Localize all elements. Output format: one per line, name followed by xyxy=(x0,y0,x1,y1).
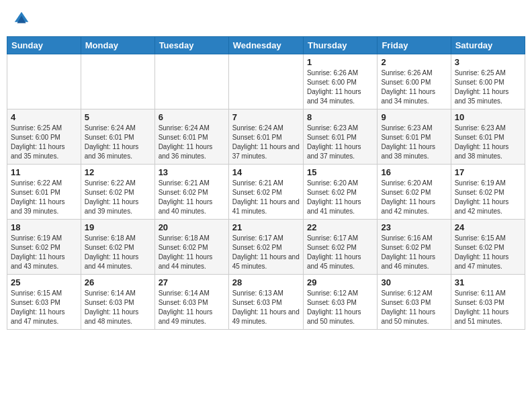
day-info: Sunrise: 6:22 AM Sunset: 6:02 PM Dayligh… xyxy=(85,179,151,216)
day-header-monday: Monday xyxy=(81,37,154,54)
day-number: 3 xyxy=(455,57,521,67)
day-info: Sunrise: 6:25 AM Sunset: 6:00 PM Dayligh… xyxy=(455,68,521,106)
calendar-header-row: SundayMondayTuesdayWednesdayThursdayFrid… xyxy=(7,37,525,54)
day-number: 23 xyxy=(381,222,447,232)
calendar-cell: 12Sunrise: 6:22 AM Sunset: 6:02 PM Dayli… xyxy=(81,165,154,220)
day-number: 19 xyxy=(85,222,151,232)
day-info: Sunrise: 6:24 AM Sunset: 6:01 PM Dayligh… xyxy=(85,124,151,161)
day-header-tuesday: Tuesday xyxy=(154,37,228,54)
calendar-cell: 20Sunrise: 6:18 AM Sunset: 6:02 PM Dayli… xyxy=(154,220,228,275)
calendar-cell: 9Sunrise: 6:23 AM Sunset: 6:01 PM Daylig… xyxy=(378,109,451,165)
day-number: 28 xyxy=(232,277,300,287)
day-info: Sunrise: 6:23 AM Sunset: 6:01 PM Dayligh… xyxy=(381,124,447,161)
calendar-cell: 1Sunrise: 6:26 AM Sunset: 6:00 PM Daylig… xyxy=(303,54,377,109)
calendar-cell: 23Sunrise: 6:16 AM Sunset: 6:02 PM Dayli… xyxy=(378,220,451,275)
day-number: 4 xyxy=(11,112,77,122)
calendar-cell: 8Sunrise: 6:23 AM Sunset: 6:01 PM Daylig… xyxy=(303,109,377,165)
day-header-friday: Friday xyxy=(378,37,451,54)
day-number: 18 xyxy=(11,222,77,232)
week-row-3: 11Sunrise: 6:22 AM Sunset: 6:01 PM Dayli… xyxy=(7,165,525,220)
calendar-cell: 17Sunrise: 6:19 AM Sunset: 6:02 PM Dayli… xyxy=(451,165,525,220)
logo xyxy=(12,9,32,28)
day-info: Sunrise: 6:15 AM Sunset: 6:03 PM Dayligh… xyxy=(11,289,77,326)
day-info: Sunrise: 6:16 AM Sunset: 6:02 PM Dayligh… xyxy=(381,234,447,271)
day-info: Sunrise: 6:13 AM Sunset: 6:03 PM Dayligh… xyxy=(232,289,300,326)
calendar-cell: 28Sunrise: 6:13 AM Sunset: 6:03 PM Dayli… xyxy=(228,275,303,330)
day-info: Sunrise: 6:14 AM Sunset: 6:03 PM Dayligh… xyxy=(159,289,225,326)
calendar-cell: 25Sunrise: 6:15 AM Sunset: 6:03 PM Dayli… xyxy=(7,275,81,330)
calendar-cell xyxy=(7,54,81,109)
day-number: 13 xyxy=(159,167,225,177)
day-header-thursday: Thursday xyxy=(303,37,377,54)
day-number: 10 xyxy=(455,112,521,122)
day-info: Sunrise: 6:24 AM Sunset: 6:01 PM Dayligh… xyxy=(232,124,300,161)
calendar-cell: 3Sunrise: 6:25 AM Sunset: 6:00 PM Daylig… xyxy=(451,54,525,109)
calendar-cell: 4Sunrise: 6:25 AM Sunset: 6:00 PM Daylig… xyxy=(7,109,81,165)
calendar-cell: 24Sunrise: 6:15 AM Sunset: 6:02 PM Dayli… xyxy=(451,220,525,275)
day-header-sunday: Sunday xyxy=(7,37,81,54)
calendar-cell: 19Sunrise: 6:18 AM Sunset: 6:02 PM Dayli… xyxy=(81,220,154,275)
calendar-cell: 29Sunrise: 6:12 AM Sunset: 6:03 PM Dayli… xyxy=(303,275,377,330)
calendar-cell xyxy=(228,54,303,109)
calendar-cell: 6Sunrise: 6:24 AM Sunset: 6:01 PM Daylig… xyxy=(154,109,228,165)
calendar-cell: 18Sunrise: 6:19 AM Sunset: 6:02 PM Dayli… xyxy=(7,220,81,275)
logo-icon xyxy=(12,9,31,28)
day-info: Sunrise: 6:24 AM Sunset: 6:01 PM Dayligh… xyxy=(159,124,225,161)
day-info: Sunrise: 6:20 AM Sunset: 6:02 PM Dayligh… xyxy=(381,179,447,216)
calendar-cell: 5Sunrise: 6:24 AM Sunset: 6:01 PM Daylig… xyxy=(81,109,154,165)
day-info: Sunrise: 6:17 AM Sunset: 6:02 PM Dayligh… xyxy=(307,234,373,271)
day-info: Sunrise: 6:26 AM Sunset: 6:00 PM Dayligh… xyxy=(307,68,373,106)
calendar-cell: 31Sunrise: 6:11 AM Sunset: 6:03 PM Dayli… xyxy=(451,275,525,330)
calendar-cell: 11Sunrise: 6:22 AM Sunset: 6:01 PM Dayli… xyxy=(7,165,81,220)
day-info: Sunrise: 6:20 AM Sunset: 6:02 PM Dayligh… xyxy=(307,179,373,216)
day-number: 29 xyxy=(307,277,373,287)
calendar-cell: 26Sunrise: 6:14 AM Sunset: 6:03 PM Dayli… xyxy=(81,275,154,330)
calendar-cell: 10Sunrise: 6:23 AM Sunset: 6:01 PM Dayli… xyxy=(451,109,525,165)
day-number: 2 xyxy=(381,57,447,67)
day-info: Sunrise: 6:21 AM Sunset: 6:02 PM Dayligh… xyxy=(159,179,225,216)
day-info: Sunrise: 6:25 AM Sunset: 6:00 PM Dayligh… xyxy=(11,124,77,161)
day-info: Sunrise: 6:17 AM Sunset: 6:02 PM Dayligh… xyxy=(232,234,300,271)
day-number: 17 xyxy=(455,167,521,177)
day-number: 24 xyxy=(455,222,521,232)
calendar-cell xyxy=(154,54,228,109)
day-header-saturday: Saturday xyxy=(451,37,525,54)
week-row-1: 1Sunrise: 6:26 AM Sunset: 6:00 PM Daylig… xyxy=(7,54,525,109)
day-number: 30 xyxy=(381,277,447,287)
day-number: 14 xyxy=(232,167,300,177)
calendar-table: SundayMondayTuesdayWednesdayThursdayFrid… xyxy=(7,36,525,330)
day-info: Sunrise: 6:22 AM Sunset: 6:01 PM Dayligh… xyxy=(11,179,77,216)
day-info: Sunrise: 6:18 AM Sunset: 6:02 PM Dayligh… xyxy=(159,234,225,271)
day-info: Sunrise: 6:12 AM Sunset: 6:03 PM Dayligh… xyxy=(381,289,447,326)
day-number: 8 xyxy=(307,112,373,122)
day-info: Sunrise: 6:19 AM Sunset: 6:02 PM Dayligh… xyxy=(11,234,77,271)
day-info: Sunrise: 6:11 AM Sunset: 6:03 PM Dayligh… xyxy=(455,289,521,326)
day-number: 31 xyxy=(455,277,521,287)
day-number: 15 xyxy=(307,167,373,177)
day-info: Sunrise: 6:18 AM Sunset: 6:02 PM Dayligh… xyxy=(85,234,151,271)
calendar-cell: 14Sunrise: 6:21 AM Sunset: 6:02 PM Dayli… xyxy=(228,165,303,220)
calendar-cell xyxy=(81,54,154,109)
day-number: 22 xyxy=(307,222,373,232)
calendar-cell: 2Sunrise: 6:26 AM Sunset: 6:00 PM Daylig… xyxy=(378,54,451,109)
day-number: 9 xyxy=(381,112,447,122)
week-row-5: 25Sunrise: 6:15 AM Sunset: 6:03 PM Dayli… xyxy=(7,275,525,330)
day-number: 12 xyxy=(85,167,151,177)
calendar-cell: 21Sunrise: 6:17 AM Sunset: 6:02 PM Dayli… xyxy=(228,220,303,275)
day-info: Sunrise: 6:15 AM Sunset: 6:02 PM Dayligh… xyxy=(455,234,521,271)
day-number: 26 xyxy=(85,277,151,287)
calendar-cell: 16Sunrise: 6:20 AM Sunset: 6:02 PM Dayli… xyxy=(378,165,451,220)
day-number: 16 xyxy=(381,167,447,177)
day-info: Sunrise: 6:23 AM Sunset: 6:01 PM Dayligh… xyxy=(307,124,373,161)
day-header-wednesday: Wednesday xyxy=(228,37,303,54)
day-number: 7 xyxy=(232,112,300,122)
day-info: Sunrise: 6:12 AM Sunset: 6:03 PM Dayligh… xyxy=(307,289,373,326)
day-number: 11 xyxy=(11,167,77,177)
day-number: 1 xyxy=(307,57,373,67)
calendar-cell: 15Sunrise: 6:20 AM Sunset: 6:02 PM Dayli… xyxy=(303,165,377,220)
day-info: Sunrise: 6:21 AM Sunset: 6:02 PM Dayligh… xyxy=(232,179,300,216)
day-info: Sunrise: 6:14 AM Sunset: 6:03 PM Dayligh… xyxy=(85,289,151,326)
day-info: Sunrise: 6:23 AM Sunset: 6:01 PM Dayligh… xyxy=(455,124,521,161)
calendar-cell: 22Sunrise: 6:17 AM Sunset: 6:02 PM Dayli… xyxy=(303,220,377,275)
day-number: 20 xyxy=(159,222,225,232)
